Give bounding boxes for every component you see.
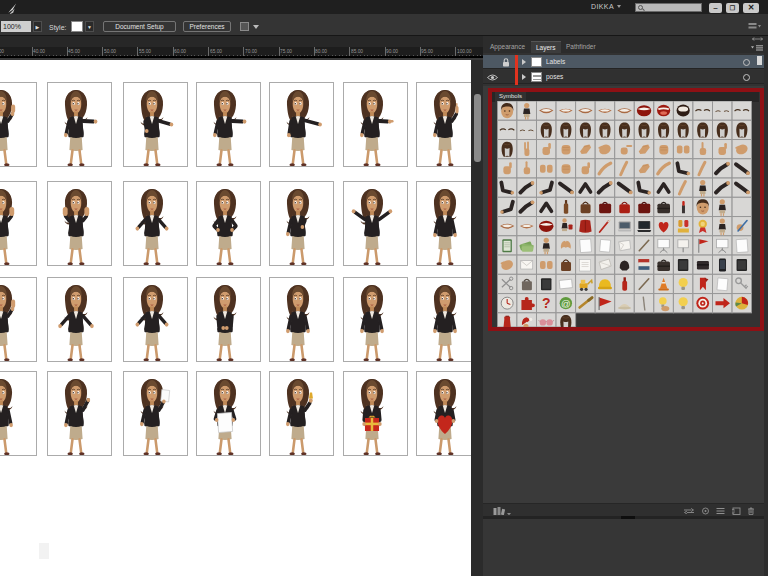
svg-text:@: @ (561, 298, 571, 309)
svg-text:?: ? (542, 295, 551, 311)
